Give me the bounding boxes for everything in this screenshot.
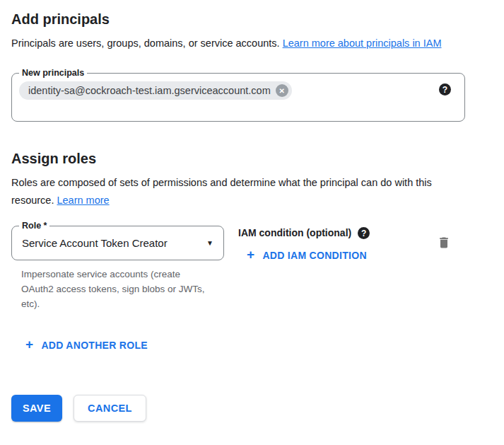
iam-condition-column: IAM condition (optional) ? + ADD IAM CON… [238,226,370,262]
principals-description-text: Principals are users, groups, domains, o… [11,37,283,49]
trash-icon [437,235,451,250]
roles-description: Roles are composed of sets of permission… [11,174,471,209]
add-another-role-label: ADD ANOTHER ROLE [41,340,148,351]
learn-more-principals-link[interactable]: Learn more about principals in IAM [283,37,442,49]
iam-condition-label-row: IAM condition (optional) ? [238,227,370,239]
assign-roles-title: Assign roles [11,150,493,167]
add-iam-condition-button[interactable]: + ADD IAM CONDITION [247,248,367,262]
role-helper-text: Impersonate service accounts (create OAu… [21,267,214,311]
delete-role-column [437,226,451,253]
principal-chip: identity-sa@cockroach-test.iam.gservicea… [19,81,292,100]
role-select[interactable]: Role * Service Account Token Creator ▼ [11,226,224,260]
close-icon: ✕ [279,87,285,95]
cancel-button[interactable]: CANCEL [74,395,146,422]
add-another-role-button[interactable]: + ADD ANOTHER ROLE [25,338,148,352]
role-label: Role * [19,220,49,231]
role-column: Role * Service Account Token Creator ▼ I… [11,226,224,311]
principals-description: Principals are users, groups, domains, o… [11,35,471,52]
role-row: Role * Service Account Token Creator ▼ I… [11,226,493,311]
chevron-down-icon: ▼ [206,240,213,247]
plus-icon: + [25,337,33,351]
iam-condition-help-icon[interactable]: ? [358,227,370,239]
new-principals-label: New principals [19,67,87,79]
chip-remove-button[interactable]: ✕ [276,84,288,97]
dialog-footer: SAVE CANCEL [11,395,493,422]
principal-chip-label: identity-sa@cockroach-test.iam.gservicea… [28,85,271,96]
add-principals-title: Add principals [11,0,493,28]
add-principals-panel: Add principals Principals are users, gro… [0,0,504,422]
plus-icon: + [247,248,254,261]
add-iam-condition-label: ADD IAM CONDITION [262,250,366,261]
role-selected-value: Service Account Token Creator [22,237,168,249]
iam-condition-label: IAM condition (optional) [238,227,351,239]
delete-role-button[interactable] [437,235,451,253]
save-button[interactable]: SAVE [11,395,62,422]
new-principals-field[interactable]: New principals identity-sa@cockroach-tes… [11,73,465,122]
question-mark-icon: ? [361,229,366,238]
learn-more-roles-link[interactable]: Learn more [57,195,109,206]
question-mark-icon: ? [443,85,447,95]
principals-help-icon[interactable]: ? [439,83,451,96]
